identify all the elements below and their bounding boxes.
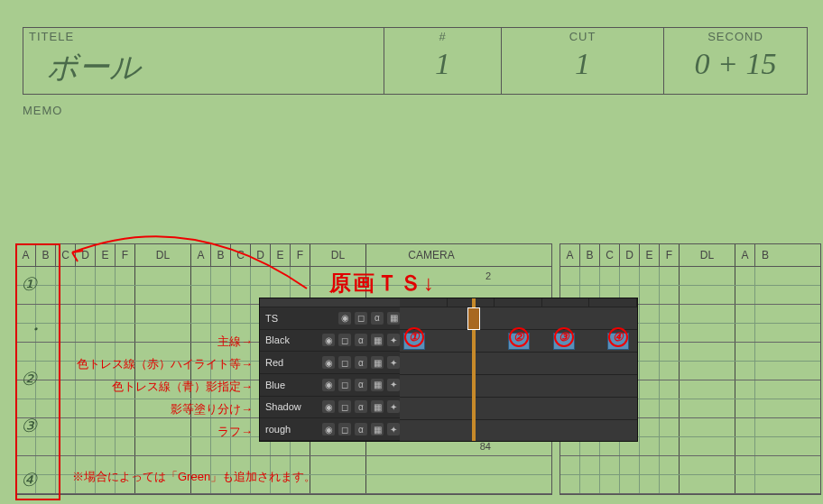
col-e: E	[96, 244, 116, 266]
layer-row-red[interactable]: Red ◉ ◻ α ▦ ✦	[260, 352, 400, 374]
lock-icon[interactable]: ◻	[338, 334, 351, 346]
annotation-rough: ラフ→	[72, 424, 253, 440]
lock-icon[interactable]: ◻	[338, 423, 351, 435]
annotation-black: 主線→	[72, 334, 253, 350]
col-f: F	[116, 244, 135, 266]
eye-icon[interactable]: ◉	[338, 312, 351, 325]
header-box: TITELE ボール # 1 CUT 1 SECOND 0 + 15	[23, 27, 808, 95]
header-value-num: 1	[390, 47, 495, 81]
layer-row-black[interactable]: Black ◉ ◻ α ▦ ✦	[260, 330, 400, 353]
col-b: B	[36, 244, 56, 266]
header-value-cut: 1	[507, 47, 658, 81]
lock-icon[interactable]: ◻	[338, 400, 351, 413]
col-camera: CAMERA	[366, 244, 496, 266]
col-dl-1: DL	[135, 244, 191, 266]
grid-row	[560, 475, 820, 494]
cell-mark-5: ④	[21, 469, 37, 490]
fx-icon[interactable]: ▦	[371, 400, 384, 413]
header-label-second: SECOND	[670, 30, 801, 43]
eye-icon[interactable]: ◉	[322, 356, 335, 369]
bulb-icon[interactable]: ✦	[387, 379, 400, 391]
timeline-row-rough[interactable]	[400, 420, 637, 441]
header-label-num: #	[390, 30, 495, 43]
r-col-a: A	[560, 244, 580, 266]
r-col-dl: DL	[680, 244, 735, 266]
alpha-icon[interactable]: α	[355, 379, 367, 391]
lock-icon[interactable]: ◻	[355, 312, 367, 325]
header-label-cut: CUT	[507, 30, 658, 43]
annotation-blue: 色トレス線（青）影指定→	[72, 379, 253, 395]
header-label-title: TITELE	[29, 30, 378, 43]
layers-panel[interactable]: TS ◉ ◻ α ▦ Black ◉ ◻ α ▦ ✦ Red ◉ ◻ α ▦ ✦…	[259, 298, 638, 442]
annotation-title: 原画ＴＳ↓	[329, 269, 436, 298]
layer-row-rough[interactable]: rough ◉ ◻ α ▦ ✦	[260, 418, 400, 441]
cell-mark-1: ①	[21, 273, 37, 295]
layers-list: TS ◉ ◻ α ▦ Black ◉ ◻ α ▦ ✦ Red ◉ ◻ α ▦ ✦…	[260, 298, 400, 441]
timeline-row-blue[interactable]	[400, 375, 637, 398]
col-dl-2: DL	[310, 244, 366, 266]
grid-row	[560, 456, 820, 475]
col-a2: A	[191, 244, 211, 266]
header-value-title: ボール	[29, 47, 378, 88]
eye-icon[interactable]: ◉	[322, 423, 335, 435]
clip-label-2: ②	[509, 327, 529, 347]
layer-name: Black	[265, 334, 319, 345]
col-a: A	[16, 244, 36, 266]
bulb-icon[interactable]: ✦	[387, 423, 400, 435]
grid-row	[560, 267, 820, 286]
clip-label-4: ④	[608, 327, 628, 347]
fx-icon[interactable]: ▦	[371, 423, 384, 435]
layer-name: rough	[265, 424, 319, 435]
layer-name: Blue	[265, 380, 319, 390]
cell-mark-3: ②	[21, 368, 37, 389]
col-c2: C	[231, 244, 251, 266]
annotation-note: ※場合によっては「Green」も追加されます。	[72, 469, 316, 485]
header-value-second: 0 + 15	[670, 47, 801, 81]
lock-icon[interactable]: ◻	[338, 379, 351, 391]
layer-row-shadow[interactable]: Shadow ◉ ◻ α ▦ ✦	[260, 397, 400, 419]
fx-icon[interactable]: ▦	[371, 379, 384, 391]
alpha-icon[interactable]: α	[355, 356, 367, 369]
r-col-b: B	[580, 244, 600, 266]
fx-icon[interactable]: ▦	[387, 312, 400, 325]
layer-name: Shadow	[265, 401, 319, 412]
cell-mark-4: ③	[21, 415, 37, 436]
alpha-icon[interactable]: α	[355, 400, 367, 413]
eye-icon[interactable]: ◉	[322, 334, 335, 346]
clip-label-3: ③	[554, 327, 574, 347]
bulb-icon[interactable]: ✦	[387, 334, 400, 346]
grid-row: 2	[16, 267, 551, 286]
r-col-c: C	[600, 244, 620, 266]
alpha-icon[interactable]: α	[371, 312, 384, 325]
r-col-e: E	[640, 244, 660, 266]
cell-mark-2: ・	[25, 317, 43, 342]
timeline[interactable]	[400, 298, 637, 441]
layer-row-ts[interactable]: TS ◉ ◻ α ▦	[260, 307, 400, 330]
annotation-shadow: 影等塗り分け→	[72, 401, 253, 417]
timeline-row-red[interactable]	[400, 353, 637, 375]
clip-label-1: ①	[404, 327, 424, 347]
alpha-icon[interactable]: α	[355, 334, 367, 346]
fx-icon[interactable]: ▦	[371, 356, 384, 369]
fx-icon[interactable]: ▦	[371, 334, 384, 346]
col-f2: F	[291, 244, 310, 266]
eye-icon[interactable]: ◉	[322, 379, 335, 391]
timeline-row-shadow[interactable]	[400, 398, 637, 420]
eye-icon[interactable]: ◉	[322, 400, 335, 413]
r-col-b2: B	[755, 244, 775, 266]
lock-icon[interactable]: ◻	[338, 356, 351, 369]
memo-label: MEMO	[23, 104, 62, 117]
layer-name: TS	[265, 313, 335, 324]
col-c: C	[56, 244, 76, 266]
r-col-a2: A	[735, 244, 755, 266]
bulb-icon[interactable]: ✦	[387, 400, 400, 413]
playhead-handle[interactable]	[467, 307, 480, 330]
bulb-icon[interactable]: ✦	[387, 356, 400, 369]
timeline-ruler[interactable]	[400, 298, 637, 307]
layer-row-blue[interactable]: Blue ◉ ◻ α ▦ ✦	[260, 374, 400, 397]
alpha-icon[interactable]: α	[355, 423, 367, 435]
r-col-d: D	[620, 244, 640, 266]
col-d: D	[76, 244, 96, 266]
annotation-red: 色トレス線（赤）ハイライト等→	[72, 356, 253, 372]
col-b2: B	[211, 244, 231, 266]
